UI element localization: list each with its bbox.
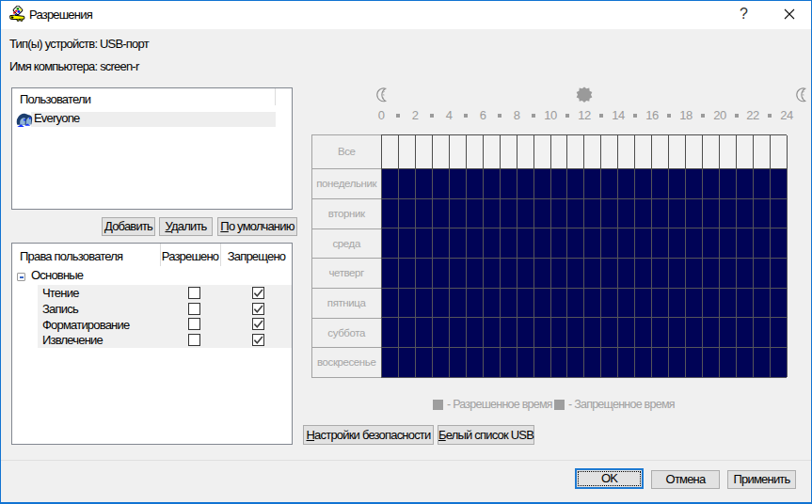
svg-text:среда: среда — [332, 238, 360, 249]
svg-text:пятница: пятница — [327, 297, 367, 308]
svg-text:воскресенье: воскресенье — [317, 356, 375, 368]
svg-text:суббота: суббота — [327, 327, 366, 339]
svg-text:понедельник: понедельник — [316, 178, 377, 189]
svg-text:четверг: четверг — [328, 267, 364, 278]
svg-text:вторник: вторник — [328, 208, 366, 219]
svg-text:Все: Все — [338, 146, 356, 157]
